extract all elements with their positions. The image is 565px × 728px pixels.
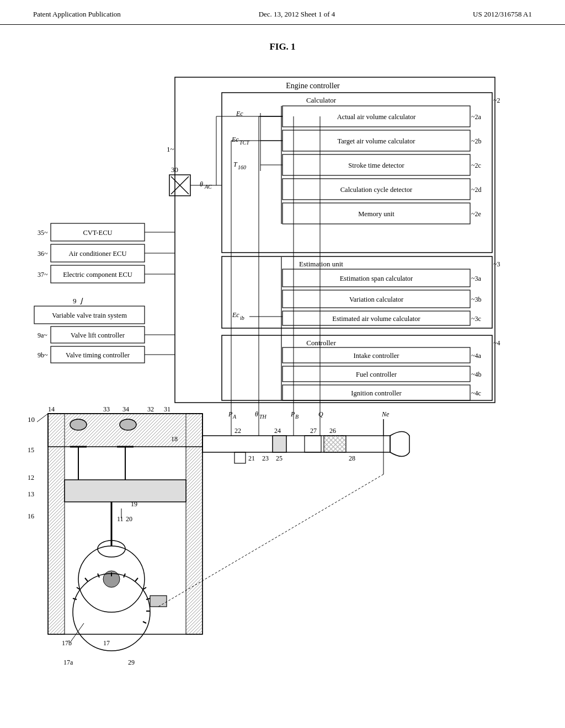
svg-rect-15 — [282, 269, 470, 287]
svg-rect-91 — [65, 480, 186, 502]
svg-text:18: 18 — [171, 435, 178, 443]
svg-point-93 — [98, 540, 125, 557]
svg-text:14: 14 — [48, 405, 55, 413]
svg-line-141 — [143, 622, 146, 623]
svg-line-138 — [143, 587, 146, 590]
svg-text:~3a: ~3a — [471, 275, 481, 282]
svg-rect-57 — [169, 175, 190, 196]
svg-rect-17 — [282, 290, 470, 308]
svg-text:~4c: ~4c — [471, 389, 481, 397]
air-cond-ecu-label: Air conditioner ECU — [69, 250, 127, 258]
svg-text:36~: 36~ — [38, 250, 48, 258]
figure-title: FIG. 1 — [0, 41, 565, 52]
svg-text:~3c: ~3c — [471, 315, 481, 323]
svg-text:θ: θ — [255, 410, 258, 418]
svg-line-131 — [70, 623, 84, 643]
svg-text:9b~: 9b~ — [38, 351, 48, 359]
svg-text:~2: ~2 — [493, 97, 500, 104]
svg-rect-118 — [234, 452, 246, 463]
svg-text:~4a: ~4a — [471, 352, 481, 360]
svg-text:TH: TH — [259, 414, 267, 420]
page-header: Patent Application Publication Dec. 13, … — [0, 0, 565, 25]
svg-rect-27 — [282, 385, 470, 400]
svg-text:Ec: Ec — [231, 136, 239, 143]
svg-text:A: A — [232, 414, 237, 420]
engine-controller-label: Engine controller — [286, 82, 340, 90]
ignition-ctrl-label: Ignition controller — [351, 389, 402, 397]
svg-line-148 — [158, 474, 383, 607]
target-air-label: Target air volume calculator — [338, 137, 416, 145]
svg-rect-1 — [222, 93, 492, 253]
svg-point-101 — [120, 419, 136, 430]
svg-text:AC: AC — [204, 184, 212, 190]
variation-calc-label: Variation calculator — [349, 296, 404, 303]
svg-line-83 — [37, 414, 48, 422]
svg-text:θ: θ — [200, 180, 203, 188]
svg-text:32: 32 — [147, 405, 154, 413]
svg-rect-86 — [186, 414, 202, 634]
svg-text:~2c: ~2c — [471, 162, 481, 169]
svg-text:ib: ib — [240, 315, 244, 321]
svg-text:27: 27 — [310, 427, 317, 435]
memory-unit-label: Memory unit — [358, 210, 395, 218]
svg-text:160: 160 — [238, 164, 246, 170]
vvt-system-label: Variable valve train system — [52, 312, 127, 319]
svg-line-139 — [146, 598, 150, 599]
svg-rect-36 — [34, 306, 145, 324]
svg-text:35~: 35~ — [38, 229, 48, 237]
stroke-time-label: Stroke time detector — [348, 162, 404, 169]
calc-cycle-label: Calculation cycle detector — [340, 186, 413, 194]
svg-text:26: 26 — [329, 427, 336, 435]
svg-text:23: 23 — [262, 454, 269, 462]
svg-text:P: P — [290, 410, 295, 418]
actual-air-label: Actual air volume calculator — [337, 113, 416, 121]
valve-lift-label: Valve lift controller — [71, 331, 125, 339]
svg-line-142 — [98, 574, 99, 577]
svg-text:17: 17 — [103, 639, 110, 647]
svg-text:⌋: ⌋ — [79, 297, 83, 305]
header-center: Dec. 13, 2012 Sheet 1 of 4 — [259, 10, 335, 19]
svg-text:9a~: 9a~ — [38, 331, 47, 339]
svg-rect-84 — [48, 414, 202, 634]
svg-rect-124 — [324, 436, 346, 452]
svg-text:Ec: Ec — [232, 311, 239, 319]
svg-text:~4: ~4 — [493, 339, 500, 347]
svg-text:~2d: ~2d — [471, 186, 482, 194]
svg-text:25: 25 — [276, 454, 282, 462]
svg-text:~2b: ~2b — [471, 137, 482, 145]
svg-text:Q: Q — [318, 410, 323, 418]
svg-text:22: 22 — [234, 427, 241, 435]
svg-line-144 — [77, 587, 80, 590]
svg-line-136 — [124, 574, 125, 577]
svg-line-55 — [171, 176, 189, 194]
fuel-ctrl-label: Fuel controller — [356, 371, 397, 378]
svg-rect-146 — [150, 596, 167, 607]
svg-text:12: 12 — [28, 474, 34, 481]
estimation-unit-label: Estimation unit — [299, 260, 343, 268]
svg-text:20: 20 — [126, 515, 132, 523]
svg-rect-21 — [222, 335, 492, 400]
svg-text:21: 21 — [248, 454, 255, 462]
valve-timing-label: Valve timing controller — [66, 351, 130, 359]
svg-text:T: T — [233, 160, 238, 168]
svg-line-143 — [85, 578, 88, 581]
controller-label: Controller — [306, 339, 336, 347]
svg-point-94 — [78, 546, 145, 612]
svg-text:24: 24 — [274, 427, 281, 435]
svg-rect-19 — [282, 311, 470, 325]
svg-text:Ne: Ne — [381, 410, 390, 418]
svg-text:B: B — [295, 414, 299, 420]
svg-rect-122 — [305, 436, 321, 452]
svg-rect-116 — [202, 436, 390, 452]
svg-rect-3 — [282, 106, 470, 127]
svg-rect-7 — [282, 154, 470, 175]
svg-rect-34 — [51, 265, 145, 283]
svg-rect-30 — [51, 223, 145, 241]
svg-text:~2a: ~2a — [471, 113, 481, 121]
svg-rect-25 — [282, 366, 470, 382]
svg-text:37~: 37~ — [38, 271, 48, 279]
svg-text:16: 16 — [28, 512, 34, 520]
svg-rect-23 — [282, 347, 470, 363]
cvt-ecu-label: CVT-ECU — [83, 229, 112, 237]
svg-text:11: 11 — [117, 515, 124, 523]
